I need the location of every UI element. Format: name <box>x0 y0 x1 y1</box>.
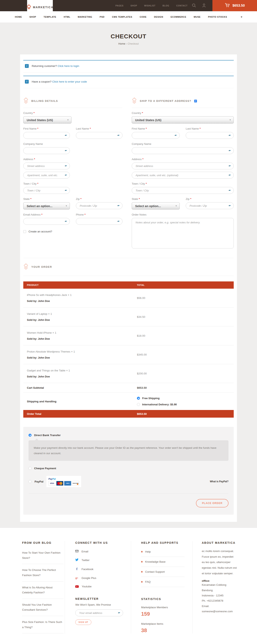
search-icon[interactable] <box>192 3 196 8</box>
menu-more-icon[interactable]: » <box>240 16 243 18</box>
billing-email-input[interactable] <box>23 218 70 225</box>
newsletter-tagline: We Won't Spam, We Promise <box>75 603 127 606</box>
shipping-state-select[interactable]: Select an option... ▼ <box>132 202 180 210</box>
shipping-zip-input[interactable] <box>186 202 234 209</box>
billing-town-input[interactable] <box>23 187 70 194</box>
login-link[interactable]: Click here to login <box>58 64 79 68</box>
help-link[interactable]: Help <box>141 547 184 557</box>
billing-title: BILLING DETAILS <box>31 100 58 102</box>
email-icon <box>75 550 78 553</box>
blog-post-link[interactable]: Plus Size Fashion: Is There Such a Thing… <box>22 616 64 633</box>
shipping-country-select[interactable]: United States (US) ▼ <box>132 116 234 124</box>
item-total: $56.00 <box>137 296 234 300</box>
shipping-apartment-input[interactable] <box>132 172 234 178</box>
checkout-card: i Returning customer? Click here to logi… <box>20 54 237 522</box>
blog-post-link[interactable]: How To Choose The Perfect Fashion Store? <box>22 564 64 581</box>
newsletter-email-input[interactable] <box>75 610 123 616</box>
faq-link[interactable]: FAQ <box>141 577 184 587</box>
brand-logo[interactable]: MARKETICA <box>27 0 53 14</box>
billing-apartment-input[interactable] <box>23 172 70 178</box>
billing-company-input[interactable] <box>23 147 70 154</box>
order-notes-label: Order Notes <box>132 213 234 216</box>
menu-muse[interactable]: MUSE <box>194 16 200 18</box>
menu-photo-stocks[interactable]: PHOTO STOCKS <box>208 16 227 18</box>
shipping-column: SHIP TO A DIFFERENT ADDRESS? ✓ Country *… <box>132 98 234 249</box>
blog-post-link[interactable]: What is So Alluring About Celebrity Fash… <box>22 582 64 599</box>
menu-marketing[interactable]: MARKETING <box>78 16 92 18</box>
billing-first-name-input[interactable] <box>23 132 70 139</box>
billing-phone-input[interactable] <box>76 218 122 225</box>
international-delivery-option[interactable]: International Delivery: $5.90 <box>137 403 234 406</box>
user-icon[interactable] <box>202 3 206 8</box>
paypal-radio[interactable] <box>28 480 32 483</box>
order-notes-textarea[interactable] <box>132 218 234 248</box>
billing-street-address-input[interactable] <box>23 162 70 169</box>
footer-help-column: HELP AND SUPPORTS Help Knowladge Base Co… <box>131 541 192 634</box>
contact-support-link[interactable]: Contact Support <box>141 567 184 577</box>
billing-last-name-input[interactable] <box>76 132 122 139</box>
menu-design[interactable]: DESIGN <box>154 16 163 18</box>
menu-home[interactable]: HOME <box>15 16 22 18</box>
shipping-company-input[interactable] <box>132 147 234 154</box>
shipping-last-name-input[interactable] <box>186 132 234 139</box>
cheque-method[interactable]: Cheque Payment <box>28 467 228 470</box>
item-name: Variant of Laptop × 1 <box>27 312 137 315</box>
google-plus-social-link[interactable]: g+ Google Plus <box>75 576 127 580</box>
payment-footer: PLACE ORDER <box>28 494 228 508</box>
cart-button[interactable]: $653.50 <box>212 0 257 11</box>
international-delivery-radio[interactable] <box>137 403 140 406</box>
item-total: $345.00 <box>137 353 234 356</box>
ship-different-checkbox[interactable]: ✓ <box>194 100 197 102</box>
tag-logo-icon <box>26 4 31 10</box>
cheque-radio[interactable] <box>28 467 32 470</box>
footer-blog-column: FROM OUR BLOG How To Start Your Own Fash… <box>20 541 65 634</box>
item-seller: Sold by: John Doe <box>27 300 137 302</box>
top-nav-pages[interactable]: PAGES <box>116 4 124 7</box>
place-order-button[interactable]: PLACE ORDER <box>196 499 228 508</box>
top-nav-blog[interactable]: BLOG <box>163 4 170 7</box>
page-background: CHECKOUT Home › Checkout i Returning cus… <box>0 22 257 528</box>
shipping-address2-wrap: ✒ <box>132 172 234 178</box>
order-item-row: iPhone 5s with Headphones Jack × 1 Sold … <box>23 289 234 308</box>
order-item-row: Women Hold iPhone × 1 Sold by: John Doe … <box>23 326 234 345</box>
menu-ecommerce[interactable]: ECOMMERCE <box>171 16 186 18</box>
info-icon: i <box>25 64 29 68</box>
youtube-social-link[interactable]: ▶ Youtube <box>75 585 127 588</box>
your-order-header: YOUR ORDER <box>23 258 234 276</box>
billing-country-select[interactable]: United States (US) ▼ <box>23 116 72 124</box>
bank-transfer-method[interactable]: Direct Bank Transfer <box>28 434 228 437</box>
top-nav-shop[interactable]: SHOP <box>130 4 137 7</box>
menu-shop[interactable]: SHOP <box>29 16 36 18</box>
newsletter-signup-button[interactable]: SIGN UP <box>75 620 91 625</box>
billing-state-select[interactable]: Select an option... ▼ <box>23 202 70 210</box>
coupon-link[interactable]: Click here to enter your code <box>52 80 87 83</box>
top-nav-wishlist[interactable]: WISHLIST <box>144 4 156 7</box>
blog-post-link[interactable]: Should You Use Fashion Consultant Servic… <box>22 599 64 616</box>
shipping-street-address-input[interactable] <box>132 162 234 169</box>
item-name: iPhone 5s with Headphones Jack × 1 <box>27 294 137 296</box>
shipping-first-name-input[interactable] <box>132 132 180 139</box>
menu-psd[interactable]: PSD <box>100 16 104 18</box>
email-social-link[interactable]: Email <box>75 550 127 553</box>
blog-post-link[interactable]: How To Start Your Own Fashion Store? <box>22 547 64 564</box>
billing-zip-input[interactable] <box>76 202 122 209</box>
menu-cms-templates[interactable]: CMS TEMPLATES <box>112 16 132 18</box>
menu-code[interactable]: CODE <box>140 16 146 18</box>
create-account-checkbox[interactable] <box>23 230 26 233</box>
divider <box>23 276 234 276</box>
menu-html[interactable]: HTML <box>64 16 70 18</box>
twitter-social-link[interactable]: Twitter <box>75 558 127 562</box>
bank-transfer-radio[interactable] <box>28 434 32 437</box>
what-is-paypal-link[interactable]: What is PayPal? <box>210 480 228 483</box>
billing-state-value: Select an option... <box>27 204 52 208</box>
help-column-title: HELP AND SUPPORTS <box>141 541 189 544</box>
breadcrumb-home[interactable]: Home <box>118 42 125 45</box>
free-shipping-option[interactable]: Free Shipping <box>137 397 234 400</box>
order-total-row: Order Total $653.50 <box>23 410 234 418</box>
free-shipping-radio[interactable] <box>137 397 140 400</box>
top-nav-contact[interactable]: CONTACT <box>176 4 188 7</box>
facebook-social-link[interactable]: f Facebook <box>75 567 127 571</box>
shipping-town-input[interactable] <box>132 187 234 194</box>
menu-template[interactable]: TEMPLATE <box>44 16 56 18</box>
knowledge-base-link[interactable]: Knowladge Base <box>141 557 184 567</box>
